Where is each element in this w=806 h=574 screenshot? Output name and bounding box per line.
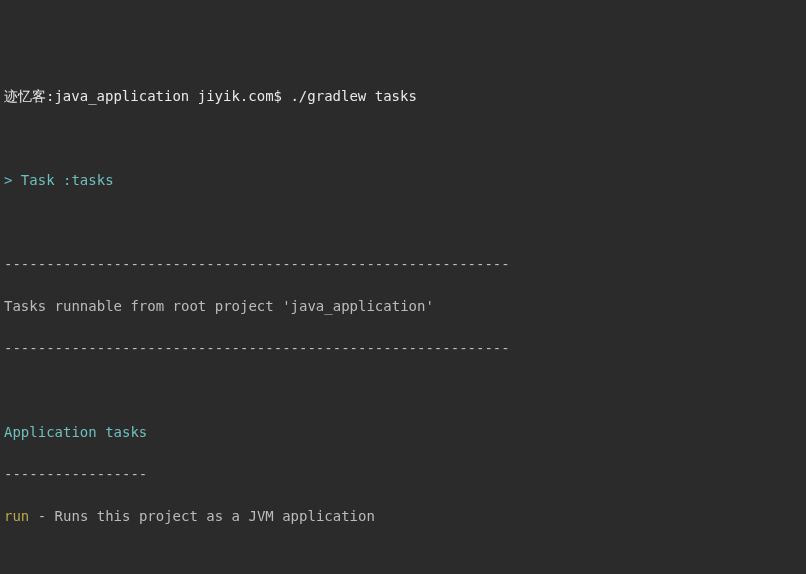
- blank-line: [4, 380, 802, 401]
- task-name: run: [4, 508, 29, 524]
- prompt-prefix: 迹忆客:java_application jiyik.com$: [4, 88, 290, 104]
- task-sep: -: [29, 508, 54, 524]
- section-rule: -----------------: [4, 464, 802, 485]
- prompt-command: ./gradlew tasks: [290, 88, 416, 104]
- blank-line: [4, 212, 802, 233]
- task-header: > Task :tasks: [4, 170, 802, 191]
- task-row: run - Runs this project as a JVM applica…: [4, 506, 802, 527]
- root-project-desc: Tasks runnable from root project 'java_a…: [4, 296, 802, 317]
- separator: ----------------------------------------…: [4, 254, 802, 275]
- task-desc: Runs this project as a JVM application: [55, 508, 375, 524]
- blank-line: [4, 128, 802, 149]
- blank-line: [4, 548, 802, 569]
- separator: ----------------------------------------…: [4, 338, 802, 359]
- section-title-application: Application tasks: [4, 422, 802, 443]
- prompt-line: 迹忆客:java_application jiyik.com$ ./gradle…: [4, 86, 802, 107]
